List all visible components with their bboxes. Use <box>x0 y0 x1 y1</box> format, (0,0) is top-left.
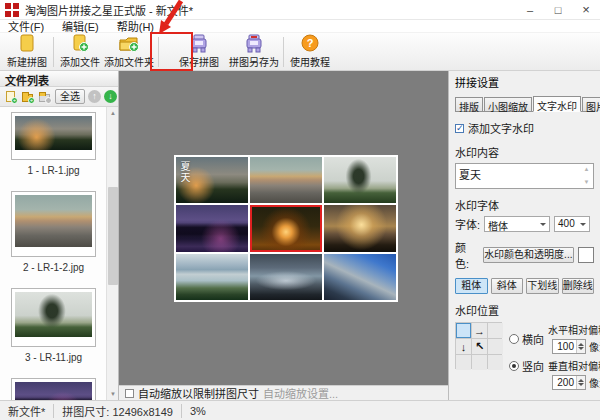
position-cell[interactable] <box>456 355 471 370</box>
collage-photo-2[interactable] <box>250 157 322 203</box>
file-list-item[interactable]: 3 - LR-11.jpg <box>0 288 107 373</box>
add-image-icon[interactable]: + <box>4 90 18 104</box>
radio-circle-selected[interactable] <box>509 361 519 371</box>
status-bar: 新文件* 拼图尺寸: 12496x8149 3% <box>0 400 600 420</box>
add-folder-button[interactable]: 添加文件夹 <box>103 34 155 70</box>
new-collage-button[interactable]: 新建拼图 <box>4 34 50 70</box>
tab-text-watermark[interactable]: 文字水印 <box>533 96 581 112</box>
app-window: 淘淘图片拼接之星正式版 - 新文件* – □ × 文件(F) 编辑(E) 帮助(… <box>0 0 600 420</box>
tab-layout[interactable]: 排版 <box>455 97 483 111</box>
save-collage-button[interactable]: 保存拼图 <box>176 34 222 70</box>
spinner-arrows-icon[interactable] <box>576 376 585 389</box>
menu-edit[interactable]: 编辑(E) <box>62 18 99 34</box>
minimize-button[interactable]: – <box>516 0 544 20</box>
file-list-header: 文件列表 <box>0 71 118 87</box>
watermark-content-label: 水印内容 <box>455 144 594 160</box>
add-folder-icon <box>118 34 140 53</box>
scrollbar-thumb[interactable] <box>108 187 118 285</box>
file-list-item[interactable]: 2 - LR-1-2.jpg <box>0 191 107 283</box>
thumbnail[interactable] <box>11 191 96 257</box>
add-folder-small-icon[interactable]: + <box>21 90 35 104</box>
collage-photo-4[interactable] <box>176 205 248 251</box>
arrow-right-icon[interactable]: → <box>472 323 487 338</box>
watermark-font-group-label: 水印字体 <box>455 197 594 213</box>
file-list-scrollbar[interactable]: ▲ ▼ <box>106 107 118 400</box>
save-as-icon <box>244 34 264 53</box>
tab-image-watermark[interactable]: 图片水印 <box>582 97 600 111</box>
move-down-icon[interactable]: ↓ <box>104 90 117 103</box>
textbox-scroll-up-icon[interactable]: ▲ <box>581 165 592 174</box>
font-weight-select[interactable]: 400 <box>554 216 590 232</box>
window-title: 淘淘图片拼接之星正式版 - 新文件* <box>25 2 193 18</box>
position-cell[interactable] <box>488 355 503 370</box>
autoscale-label: 自动缩放以限制拼图尺寸 <box>138 385 259 401</box>
position-cell[interactable] <box>488 323 503 338</box>
scroll-down-icon[interactable]: ▼ <box>107 388 118 400</box>
collage-photo-6[interactable] <box>324 205 396 251</box>
strikethrough-button[interactable]: 删除线 <box>562 278 595 294</box>
color-swatch[interactable] <box>578 247 594 263</box>
autoscale-settings-link[interactable]: 自动缩放设置... <box>263 385 338 401</box>
file-list-panel: 文件列表 + + 全选 ↑ ↓ 1 - LR-1.jpg 2 - LR-1- <box>0 71 119 400</box>
watermark-content-input[interactable]: 夏天 ▲ ▼ <box>455 163 594 189</box>
h-offset-spinner[interactable]: 100 <box>552 339 586 354</box>
position-cell[interactable] <box>488 339 503 354</box>
menu-file[interactable]: 文件(F) <box>8 18 44 34</box>
arrow-diagonal-icon[interactable]: ↖ <box>472 339 487 354</box>
radio-circle[interactable] <box>509 334 519 344</box>
font-family-select[interactable]: 楷体 <box>484 216 550 232</box>
thumbnail-label: 3 - LR-11.jpg <box>25 352 82 363</box>
settings-panel: 拼接设置 排版 小图缩放 文字水印 图片水印 添加文字水印 水印内容 夏天 ▲ … <box>448 71 600 400</box>
position-cell[interactable] <box>472 355 487 370</box>
thumbnail[interactable] <box>11 112 96 160</box>
close-button[interactable]: × <box>572 0 600 20</box>
file-list-item[interactable] <box>0 378 107 400</box>
thumbnail-label: 1 - LR-1.jpg <box>27 165 79 176</box>
file-list-toolbar: + + 全选 ↑ ↓ <box>0 87 118 107</box>
tab-thumb-scale[interactable]: 小图缩放 <box>484 97 532 111</box>
status-zoom-level: 3% <box>182 405 214 417</box>
status-collage-size: 拼图尺寸: 12496x8149 <box>54 403 181 419</box>
title-bar: 淘淘图片拼接之星正式版 - 新文件* – □ × <box>0 0 600 20</box>
thumbnail[interactable] <box>11 378 96 400</box>
collage-photo-9[interactable] <box>324 254 396 300</box>
italic-button[interactable]: 斜体 <box>491 278 524 294</box>
collage-photo-5-selected[interactable] <box>250 205 322 251</box>
bold-button[interactable]: 粗体 <box>455 278 488 294</box>
add-watermark-label: 添加文字水印 <box>468 120 534 136</box>
radio-horizontal[interactable]: 横向 <box>509 331 548 347</box>
arrow-down-icon[interactable]: ↓ <box>456 339 471 354</box>
radio-vertical[interactable]: 竖向 <box>509 358 548 374</box>
h-offset-label: 水平相对偏移: <box>548 322 600 337</box>
collage-photo-3[interactable] <box>324 157 396 203</box>
tutorial-button[interactable]: ? 使用教程 <box>287 34 333 70</box>
app-logo-icon <box>5 3 19 17</box>
scroll-up-icon[interactable]: ▲ <box>107 107 118 119</box>
add-file-icon <box>70 34 90 53</box>
remove-image-icon <box>38 90 52 104</box>
collage-photo-7[interactable] <box>176 254 248 300</box>
add-file-button[interactable]: 添加文件 <box>57 34 103 70</box>
add-watermark-checkbox[interactable] <box>455 124 464 133</box>
maximize-button[interactable]: □ <box>544 0 572 20</box>
collage-photo-8[interactable] <box>250 254 322 300</box>
v-offset-spinner[interactable]: 200 <box>552 375 586 390</box>
spinner-arrows-icon[interactable] <box>576 340 585 353</box>
toolbar: 新建拼图 添加文件 添加文件夹 保存拼图 拼图另存为 <box>0 33 600 71</box>
save-as-button[interactable]: 拼图另存为 <box>228 34 280 70</box>
preview-canvas[interactable]: 夏天 <box>119 71 448 385</box>
position-cell-top-left[interactable] <box>456 323 471 338</box>
menu-help[interactable]: 帮助(H) <box>117 18 154 34</box>
move-up-icon: ↑ <box>88 90 101 103</box>
thumbnail[interactable] <box>11 288 96 347</box>
status-filename: 新文件* <box>0 403 53 419</box>
underline-button[interactable]: 下划线 <box>526 278 559 294</box>
autoscale-checkbox[interactable] <box>125 389 134 398</box>
autoscale-bar: 自动缩放以限制拼图尺寸 自动缩放设置... <box>119 385 448 400</box>
select-all-button[interactable]: 全选 <box>55 89 85 104</box>
textbox-scroll-down-icon[interactable]: ▼ <box>581 178 592 187</box>
watermark-color-button[interactable]: 水印颜色和透明度... <box>483 247 574 263</box>
collage-photo-1[interactable]: 夏天 <box>176 157 248 203</box>
v-offset-unit: 像素 <box>589 375 600 390</box>
file-list-item[interactable]: 1 - LR-1.jpg <box>0 112 107 186</box>
